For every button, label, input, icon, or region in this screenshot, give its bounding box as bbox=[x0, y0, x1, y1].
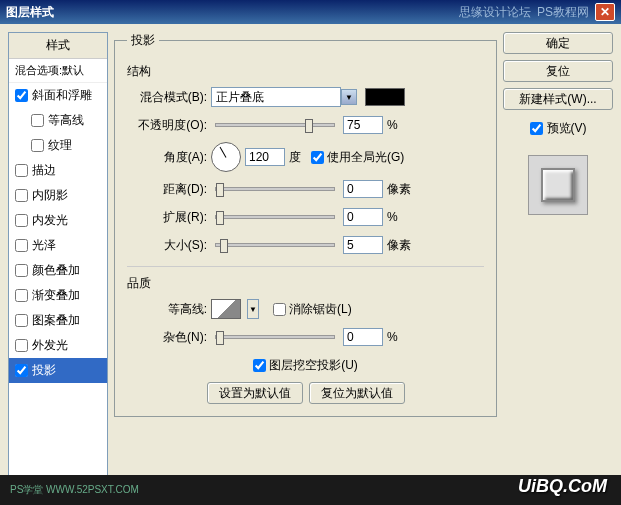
knockout-checkbox[interactable]: 图层挖空投影(U) bbox=[253, 357, 358, 374]
style-item-label: 渐变叠加 bbox=[32, 287, 80, 304]
global-light-input[interactable] bbox=[311, 151, 324, 164]
knockout-input[interactable] bbox=[253, 359, 266, 372]
ok-button[interactable]: 确定 bbox=[503, 32, 613, 54]
preview-label: 预览(V) bbox=[547, 120, 587, 137]
style-list-header[interactable]: 样式 bbox=[9, 33, 107, 59]
style-item-checkbox[interactable] bbox=[15, 264, 28, 277]
preview-box bbox=[528, 155, 588, 215]
style-item-label: 投影 bbox=[32, 362, 56, 379]
style-item-label: 等高线 bbox=[48, 112, 84, 129]
angle-input[interactable] bbox=[245, 148, 285, 166]
reset-default-button[interactable]: 复位为默认值 bbox=[309, 382, 405, 404]
noise-slider[interactable] bbox=[215, 335, 335, 339]
noise-label: 杂色(N): bbox=[127, 329, 207, 346]
titlebar: 图层样式 思缘设计论坛 PS教程网 ✕ bbox=[0, 0, 621, 24]
style-item-1[interactable]: 等高线 bbox=[9, 108, 107, 133]
size-unit: 像素 bbox=[387, 237, 417, 254]
global-light-label: 使用全局光(G) bbox=[327, 149, 404, 166]
style-item-checkbox[interactable] bbox=[15, 339, 28, 352]
size-input[interactable] bbox=[343, 236, 383, 254]
window-title: 图层样式 bbox=[6, 4, 54, 21]
angle-label: 角度(A): bbox=[127, 149, 207, 166]
antialias-checkbox[interactable]: 消除锯齿(L) bbox=[273, 301, 352, 318]
opacity-label: 不透明度(O): bbox=[127, 117, 207, 134]
opacity-input[interactable] bbox=[343, 116, 383, 134]
style-item-10[interactable]: 外发光 bbox=[9, 333, 107, 358]
style-item-5[interactable]: 内发光 bbox=[9, 208, 107, 233]
style-item-3[interactable]: 描边 bbox=[9, 158, 107, 183]
chevron-down-icon[interactable]: ▼ bbox=[341, 89, 357, 105]
blend-mode-label: 混合模式(B): bbox=[127, 89, 207, 106]
global-light-checkbox[interactable]: 使用全局光(G) bbox=[311, 149, 404, 166]
spread-unit: % bbox=[387, 210, 417, 224]
style-item-2[interactable]: 纹理 bbox=[9, 133, 107, 158]
close-button[interactable]: ✕ bbox=[595, 3, 615, 21]
style-item-checkbox[interactable] bbox=[15, 164, 28, 177]
quality-title: 品质 bbox=[127, 275, 484, 292]
quality-group: 品质 等高线: ▼ 消除锯齿(L) 杂色(N): % bbox=[127, 266, 484, 348]
distance-input[interactable] bbox=[343, 180, 383, 198]
set-default-button[interactable]: 设置为默认值 bbox=[207, 382, 303, 404]
antialias-label: 消除锯齿(L) bbox=[289, 301, 352, 318]
center-panel: 投影 结构 混合模式(B): 正片叠底 ▼ 不透明度(O): % bbox=[114, 32, 497, 497]
contour-swatch[interactable] bbox=[211, 299, 241, 319]
size-label: 大小(S): bbox=[127, 237, 207, 254]
angle-unit: 度 bbox=[289, 149, 301, 166]
style-item-checkbox[interactable] bbox=[15, 239, 28, 252]
style-item-checkbox[interactable] bbox=[31, 139, 44, 152]
style-list: 样式 混合选项:默认 斜面和浮雕等高线纹理描边内阴影内发光光泽颜色叠加渐变叠加图… bbox=[8, 32, 108, 497]
style-item-6[interactable]: 光泽 bbox=[9, 233, 107, 258]
preview-thumbnail bbox=[541, 168, 575, 202]
style-item-checkbox[interactable] bbox=[15, 289, 28, 302]
style-item-11[interactable]: 投影 bbox=[9, 358, 107, 383]
style-item-4[interactable]: 内阴影 bbox=[9, 183, 107, 208]
style-item-label: 颜色叠加 bbox=[32, 262, 80, 279]
size-slider[interactable] bbox=[215, 243, 335, 247]
right-panel: 确定 复位 新建样式(W)... 预览(V) bbox=[503, 32, 613, 497]
distance-unit: 像素 bbox=[387, 181, 417, 198]
knockout-label: 图层挖空投影(U) bbox=[269, 357, 358, 374]
blend-mode-value: 正片叠底 bbox=[216, 89, 264, 106]
style-item-label: 描边 bbox=[32, 162, 56, 179]
style-item-8[interactable]: 渐变叠加 bbox=[9, 283, 107, 308]
style-item-9[interactable]: 图案叠加 bbox=[9, 308, 107, 333]
footer-watermark: PS学堂 WWW.52PSXT.COM bbox=[10, 483, 139, 497]
structure-title: 结构 bbox=[127, 63, 484, 80]
shadow-group: 投影 结构 混合模式(B): 正片叠底 ▼ 不透明度(O): % bbox=[114, 32, 497, 417]
style-item-7[interactable]: 颜色叠加 bbox=[9, 258, 107, 283]
new-style-button[interactable]: 新建样式(W)... bbox=[503, 88, 613, 110]
preview-checkbox[interactable]: 预览(V) bbox=[503, 120, 613, 137]
spread-input[interactable] bbox=[343, 208, 383, 226]
style-item-label: 光泽 bbox=[32, 237, 56, 254]
style-item-0[interactable]: 斜面和浮雕 bbox=[9, 83, 107, 108]
style-item-checkbox[interactable] bbox=[15, 189, 28, 202]
reset-button[interactable]: 复位 bbox=[503, 60, 613, 82]
footer-brand: UiBQ.CoM bbox=[518, 476, 607, 497]
style-item-checkbox[interactable] bbox=[15, 314, 28, 327]
style-item-checkbox[interactable] bbox=[31, 114, 44, 127]
shadow-color-swatch[interactable] bbox=[365, 88, 405, 106]
titlebar-right: 思缘设计论坛 PS教程网 ✕ bbox=[459, 3, 615, 21]
distance-slider[interactable] bbox=[215, 187, 335, 191]
blend-mode-dropdown[interactable]: 正片叠底 ▼ bbox=[211, 87, 357, 107]
style-item-label: 外发光 bbox=[32, 337, 68, 354]
antialias-input[interactable] bbox=[273, 303, 286, 316]
contour-dropdown-arrow[interactable]: ▼ bbox=[247, 299, 259, 319]
distance-label: 距离(D): bbox=[127, 181, 207, 198]
noise-input[interactable] bbox=[343, 328, 383, 346]
noise-unit: % bbox=[387, 330, 417, 344]
spread-slider[interactable] bbox=[215, 215, 335, 219]
watermark-text-1: 思缘设计论坛 bbox=[459, 4, 531, 21]
style-item-checkbox[interactable] bbox=[15, 214, 28, 227]
style-item-checkbox[interactable] bbox=[15, 364, 28, 377]
angle-dial[interactable] bbox=[211, 142, 241, 172]
preview-input[interactable] bbox=[530, 122, 543, 135]
shadow-legend: 投影 bbox=[127, 32, 159, 49]
opacity-slider[interactable] bbox=[215, 123, 335, 127]
style-item-checkbox[interactable] bbox=[15, 89, 28, 102]
main-area: 样式 混合选项:默认 斜面和浮雕等高线纹理描边内阴影内发光光泽颜色叠加渐变叠加图… bbox=[0, 24, 621, 505]
blend-options-default[interactable]: 混合选项:默认 bbox=[9, 59, 107, 83]
spread-label: 扩展(R): bbox=[127, 209, 207, 226]
style-item-label: 内阴影 bbox=[32, 187, 68, 204]
opacity-unit: % bbox=[387, 118, 417, 132]
